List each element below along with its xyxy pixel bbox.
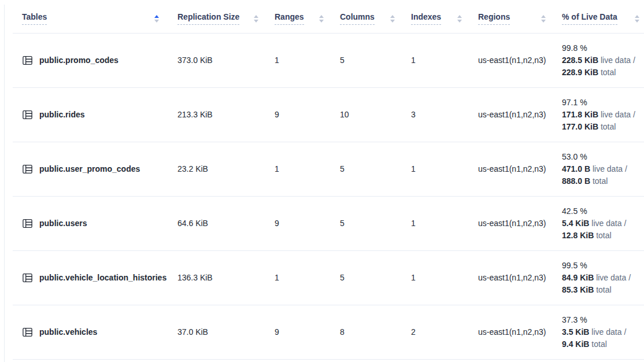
sort-replication-size-icon[interactable] xyxy=(253,14,260,24)
table-row: public.users 64.6 KiB 9 5 1 us-east1(n1,… xyxy=(13,196,644,250)
column-header-indexes: Indexes xyxy=(411,0,478,33)
table-name-cell: public.vehicle_location_histories xyxy=(13,250,177,305)
columns-cell: 5 xyxy=(340,142,411,196)
tables-table: Tables Replication Size Ranges xyxy=(13,0,644,360)
live-data-amount: 228.5 KiB live data / xyxy=(562,54,644,67)
live-data-percent: 42.5 % xyxy=(562,205,644,217)
table-name-link[interactable]: public.user_promo_codes xyxy=(39,164,140,173)
live-data-cell: 37.3 % 3.5 KiB live data / 9.4 KiB total xyxy=(562,305,644,359)
column-header-ranges: Ranges xyxy=(275,0,340,33)
columns-cell: 5 xyxy=(340,250,411,305)
table-name-link[interactable]: public.vehicles xyxy=(39,327,97,337)
table-grid-icon xyxy=(22,327,33,338)
columns-cell: 5 xyxy=(340,196,411,250)
table-header: Tables Replication Size Ranges xyxy=(13,0,644,33)
ranges-cell: 1 xyxy=(275,142,340,196)
indexes-cell: 1 xyxy=(411,250,478,305)
column-header-tables-label[interactable]: Tables xyxy=(22,12,47,25)
replication-size-cell: 213.3 KiB xyxy=(177,87,275,142)
ranges-cell: 1 xyxy=(275,33,340,87)
table-name-link[interactable]: public.rides xyxy=(39,110,85,119)
columns-cell: 8 xyxy=(340,305,411,359)
live-data-percent: 99.8 % xyxy=(562,42,644,54)
column-header-tables: Tables xyxy=(13,0,177,33)
replication-size-cell: 64.6 KiB xyxy=(177,196,275,250)
table-row: public.vehicle_location_histories 136.3 … xyxy=(13,250,644,305)
table-row: public.user_promo_codes 23.2 KiB 1 5 1 u… xyxy=(13,142,644,196)
live-data-amount: 471.0 B live data / xyxy=(562,163,644,175)
table-name-cell: public.promo_codes xyxy=(13,33,177,87)
column-header-indexes-label[interactable]: Indexes xyxy=(411,12,441,25)
table-grid-icon xyxy=(22,272,33,283)
column-header-replication-size-label[interactable]: Replication Size xyxy=(177,12,239,25)
table-grid-icon xyxy=(22,109,33,120)
table-name-cell: public.users xyxy=(13,196,177,250)
regions-cell: us-east1(n1,n2,n3) xyxy=(478,33,562,87)
live-data-cell: 53.0 % 471.0 B live data / 888.0 B total xyxy=(562,142,644,196)
live-data-cell: 99.8 % 228.5 KiB live data / 228.9 KiB t… xyxy=(562,33,644,87)
table-name-cell: public.rides xyxy=(13,87,177,142)
total-data-amount: 228.9 KiB total xyxy=(562,67,644,79)
indexes-cell: 1 xyxy=(411,196,478,250)
table-name-cell: public.vehicles xyxy=(13,305,177,359)
live-data-amount: 3.5 KiB live data / xyxy=(562,326,644,338)
column-header-live-data: % of Live Data xyxy=(562,0,644,33)
table-name-link[interactable]: public.users xyxy=(39,219,87,228)
live-data-percent: 53.0 % xyxy=(562,151,644,163)
table-name-link[interactable]: public.promo_codes xyxy=(39,56,119,65)
sort-indexes-icon[interactable] xyxy=(456,14,463,24)
ranges-cell: 9 xyxy=(275,196,340,250)
live-data-amount: 84.9 KiB live data / xyxy=(562,272,644,284)
sort-tables-icon[interactable] xyxy=(153,14,160,24)
column-header-live-data-label[interactable]: % of Live Data xyxy=(562,12,617,25)
regions-cell: us-east1(n1,n2,n3) xyxy=(478,305,562,359)
column-header-regions: Regions xyxy=(478,0,562,33)
live-data-cell: 42.5 % 5.4 KiB live data / 12.8 KiB tota… xyxy=(562,196,644,250)
live-data-percent: 97.1 % xyxy=(562,97,644,109)
column-header-ranges-label[interactable]: Ranges xyxy=(275,12,304,25)
indexes-cell: 3 xyxy=(411,87,478,142)
table-row: public.vehicles 37.0 KiB 9 8 2 us-east1(… xyxy=(13,305,644,359)
columns-cell: 10 xyxy=(340,87,411,142)
sort-columns-icon[interactable] xyxy=(389,14,396,24)
live-data-cell: 99.5 % 84.9 KiB live data / 85.3 KiB tot… xyxy=(562,250,644,305)
regions-cell: us-east1(n1,n2,n3) xyxy=(478,87,562,142)
ranges-cell: 1 xyxy=(275,250,340,305)
indexes-cell: 1 xyxy=(411,33,478,87)
table-grid-icon xyxy=(22,164,33,175)
sort-live-data-icon[interactable] xyxy=(634,14,641,24)
total-data-amount: 9.4 KiB total xyxy=(562,338,644,350)
sort-ranges-icon[interactable] xyxy=(318,14,325,24)
regions-cell: us-east1(n1,n2,n3) xyxy=(478,142,562,196)
replication-size-cell: 136.3 KiB xyxy=(177,250,275,305)
replication-size-cell: 37.0 KiB xyxy=(177,305,275,359)
column-header-columns-label[interactable]: Columns xyxy=(340,12,375,25)
table-row: public.rides 213.3 KiB 9 10 3 us-east1(n… xyxy=(13,87,644,142)
total-data-amount: 177.0 KiB total xyxy=(562,121,644,133)
table-name-link[interactable]: public.vehicle_location_histories xyxy=(39,273,166,282)
sort-regions-icon[interactable] xyxy=(540,14,547,24)
panel-left-border xyxy=(4,5,5,362)
indexes-cell: 1 xyxy=(411,142,478,196)
table-body: public.promo_codes 373.0 KiB 1 5 1 us-ea… xyxy=(13,33,644,359)
indexes-cell: 2 xyxy=(411,305,478,359)
table-grid-icon xyxy=(22,55,33,66)
total-data-amount: 12.8 KiB total xyxy=(562,230,644,242)
column-header-columns: Columns xyxy=(340,0,411,33)
table-grid-icon xyxy=(22,218,33,229)
ranges-cell: 9 xyxy=(275,305,340,359)
total-data-amount: 888.0 B total xyxy=(562,175,644,187)
replication-size-cell: 373.0 KiB xyxy=(177,33,275,87)
column-header-replication-size: Replication Size xyxy=(177,0,275,33)
table-row: public.promo_codes 373.0 KiB 1 5 1 us-ea… xyxy=(13,33,644,87)
columns-cell: 5 xyxy=(340,33,411,87)
table-name-cell: public.user_promo_codes xyxy=(13,142,177,196)
live-data-cell: 97.1 % 171.8 KiB live data / 177.0 KiB t… xyxy=(562,87,644,142)
live-data-percent: 37.3 % xyxy=(562,314,644,326)
live-data-percent: 99.5 % xyxy=(562,260,644,272)
column-header-regions-label[interactable]: Regions xyxy=(478,12,510,25)
regions-cell: us-east1(n1,n2,n3) xyxy=(478,196,562,250)
live-data-amount: 5.4 KiB live data / xyxy=(562,217,644,230)
replication-size-cell: 23.2 KiB xyxy=(177,142,275,196)
ranges-cell: 9 xyxy=(275,87,340,142)
